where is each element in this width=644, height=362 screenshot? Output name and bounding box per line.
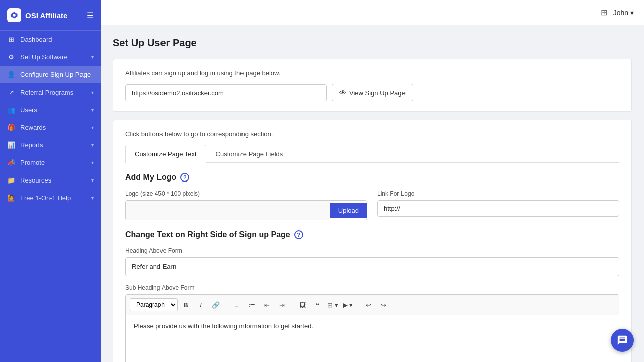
file-input-area[interactable] <box>126 201 330 220</box>
hamburger-icon[interactable]: ☰ <box>87 11 94 20</box>
view-btn-label: View Sign Up Page <box>349 89 406 97</box>
link-button[interactable]: 🔗 <box>209 298 223 312</box>
sidebar-item-label: Reports <box>20 141 43 149</box>
dashboard-icon: ⊞ <box>7 36 15 43</box>
chevron-down-icon: ▾ <box>91 54 94 60</box>
sidebar-item-label: Configure Sign Up Page <box>20 71 91 78</box>
eye-icon: 👁 <box>339 88 346 97</box>
file-input-row: Upload <box>125 200 367 220</box>
sub-heading-label: Sub Heading Above Form <box>125 284 619 291</box>
quote-button[interactable]: ❝ <box>310 298 325 312</box>
logo-link-col: Link For Logo <box>377 190 619 220</box>
bold-button[interactable]: B <box>179 298 193 312</box>
chat-bubble[interactable] <box>611 329 634 352</box>
sidebar-header: OSI Affiliate ☰ <box>0 0 101 31</box>
rich-editor-wrapper: Paragraph B I 🔗 ≡ ≔ ⇤ ⇥ 🖼 ❝ ⊞ ▾ <box>125 294 619 362</box>
grid-icon[interactable]: ⊞ <box>601 8 607 17</box>
osi-logo-icon <box>7 8 21 22</box>
add-logo-heading: Add My Logo <box>125 173 176 182</box>
bullet-list-button[interactable]: ≡ <box>229 298 244 312</box>
sidebar-item-label: Dashboard <box>20 36 52 43</box>
tabs-description: Click buttons below to go to correspondi… <box>125 130 619 138</box>
page-title: Set Up User Page <box>113 37 632 49</box>
sidebar-item-label: Free 1-On-1 Help <box>20 194 71 202</box>
main-content: Set Up User Page Affiliates can sign up … <box>101 25 644 362</box>
sidebar-item-users[interactable]: 👥 Users ▾ <box>0 101 101 119</box>
redo-button[interactable]: ↪ <box>376 298 390 312</box>
svg-point-2 <box>13 14 15 16</box>
view-signup-page-button[interactable]: 👁 View Sign Up Page <box>332 84 413 101</box>
promote-icon: 📣 <box>7 159 15 166</box>
toolbar-divider-2 <box>292 300 292 310</box>
sidebar-item-configure-signup[interactable]: 👤 Configure Sign Up Page <box>0 66 101 83</box>
rich-editor-content[interactable]: Please provide us with the following inf… <box>126 315 619 362</box>
sidebar-item-setup-software[interactable]: ⚙ Set Up Software ▾ <box>0 48 101 66</box>
logo-form-row: Logo (size 450 * 100 pixels) Upload Link… <box>125 190 619 220</box>
help-icon: 🙋 <box>7 194 15 202</box>
url-row: 👁 View Sign Up Page <box>125 84 619 101</box>
resources-icon: 📁 <box>7 176 15 184</box>
sidebar-item-label: Referral Programs <box>20 88 73 96</box>
tab-customize-page-text[interactable]: Customize Page Text <box>125 145 206 163</box>
link-for-logo-input[interactable] <box>377 200 619 217</box>
logo-upload-col: Logo (size 450 * 100 pixels) Upload <box>125 190 367 220</box>
user-chevron-icon: ▾ <box>630 9 634 17</box>
ordered-list-button[interactable]: ≔ <box>245 298 259 312</box>
chevron-down-icon: ▾ <box>91 195 94 201</box>
chevron-down-icon: ▾ <box>91 177 94 183</box>
sidebar-item-label: Set Up Software <box>20 53 68 61</box>
heading-above-form-input[interactable] <box>125 257 619 276</box>
link-for-logo-label: Link For Logo <box>377 190 619 197</box>
sidebar-item-reports[interactable]: 📊 Reports ▾ <box>0 136 101 154</box>
indent-button[interactable]: ⇥ <box>275 298 289 312</box>
outdent-button[interactable]: ⇤ <box>260 298 274 312</box>
tabs-row: Customize Page Text Customize Page Field… <box>125 145 619 163</box>
url-card-description: Affiliates can sign up and log in using … <box>125 69 619 77</box>
undo-button[interactable]: ↩ <box>361 298 375 312</box>
sidebar-item-label: Rewards <box>20 124 46 131</box>
users-icon: 👥 <box>7 106 15 114</box>
add-logo-section-header: Add My Logo ? <box>125 173 619 182</box>
chevron-down-icon: ▾ <box>91 107 94 113</box>
chevron-down-icon: ▾ <box>91 89 94 95</box>
sidebar-item-label: Promote <box>20 159 45 166</box>
logo-label: Logo (size 450 * 100 pixels) <box>125 190 367 197</box>
url-card: Affiliates can sign up and log in using … <box>113 59 632 112</box>
change-text-help-icon[interactable]: ? <box>294 230 303 239</box>
table-button[interactable]: ⊞ ▾ <box>326 298 340 312</box>
user-menu[interactable]: John ▾ <box>613 9 634 17</box>
user-name: John <box>613 9 628 17</box>
reports-icon: 📊 <box>7 141 15 149</box>
chevron-down-icon: ▾ <box>91 142 94 148</box>
sidebar-item-dashboard[interactable]: ⊞ Dashboard <box>0 31 101 48</box>
paragraph-select[interactable]: Paragraph <box>130 298 178 311</box>
upload-button[interactable]: Upload <box>330 203 367 218</box>
rich-toolbar: Paragraph B I 🔗 ≡ ≔ ⇤ ⇥ 🖼 ❝ ⊞ ▾ <box>126 295 619 315</box>
sidebar-item-label: Resources <box>20 176 51 184</box>
sidebar-item-label: Users <box>20 106 37 114</box>
italic-button[interactable]: I <box>194 298 208 312</box>
add-logo-help-icon[interactable]: ? <box>180 173 189 182</box>
editor-text: Please provide us with the following inf… <box>134 322 313 330</box>
image-button[interactable]: 🖼 <box>295 298 309 312</box>
topbar-actions: ⊞ John ▾ <box>601 8 634 17</box>
sidebar-item-referral-programs[interactable]: ↗ Referral Programs ▾ <box>0 83 101 101</box>
sidebar-item-resources[interactable]: 📁 Resources ▾ <box>0 171 101 189</box>
sidebar-nav: ⊞ Dashboard ⚙ Set Up Software ▾ 👤 Config… <box>0 31 101 207</box>
tab-customize-page-fields[interactable]: Customize Page Fields <box>206 145 293 163</box>
signup-url-input[interactable] <box>125 84 327 101</box>
sidebar-item-rewards[interactable]: 🎁 Rewards ▾ <box>0 119 101 136</box>
media-button[interactable]: ▶ ▾ <box>341 298 355 312</box>
referral-icon: ↗ <box>7 88 15 96</box>
sidebar-item-free-help[interactable]: 🙋 Free 1-On-1 Help ▾ <box>0 189 101 207</box>
change-text-section: Change Text on Right Side of Sign up Pag… <box>125 230 619 362</box>
configure-icon: 👤 <box>7 71 15 78</box>
setup-software-icon: ⚙ <box>7 53 15 61</box>
chevron-down-icon: ▾ <box>91 160 94 165</box>
toolbar-divider-3 <box>358 300 358 310</box>
sidebar-item-promote[interactable]: 📣 Promote ▾ <box>0 154 101 171</box>
change-text-section-header: Change Text on Right Side of Sign up Pag… <box>125 230 619 239</box>
change-text-heading: Change Text on Right Side of Sign up Pag… <box>125 230 290 239</box>
sidebar: OSI Affiliate ☰ ⊞ Dashboard ⚙ Set Up Sof… <box>0 0 101 362</box>
rewards-icon: 🎁 <box>7 124 15 131</box>
